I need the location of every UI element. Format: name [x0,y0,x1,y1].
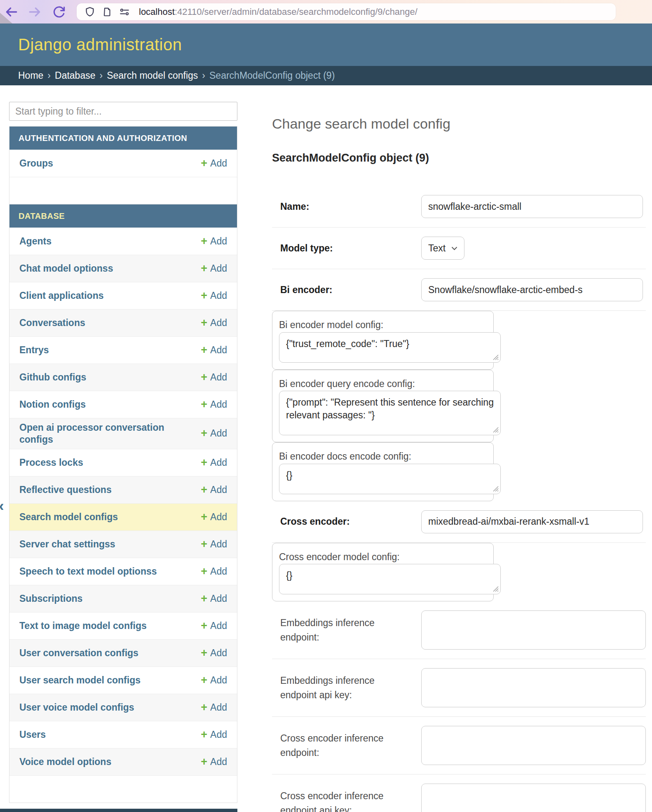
add-link-github-configs[interactable]: +Add [201,372,227,383]
add-link-conversations[interactable]: +Add [201,317,227,329]
model-link[interactable]: Groups [19,157,53,169]
model-link[interactable]: Text to image model configs [19,620,147,632]
model-link[interactable]: User conversation configs [19,647,138,659]
name-input[interactable] [421,195,643,218]
bi-encoder-query-encode-config-textarea[interactable] [279,391,501,435]
model-link[interactable]: Github configs [19,371,86,383]
sidebar-blank-row [9,177,237,204]
sidebar-item-reflective-questions[interactable]: Reflective questions+Add [9,476,237,503]
model-link[interactable]: Voice model options [19,756,111,768]
add-link-client-applications[interactable]: +Add [201,290,227,301]
model-link[interactable]: Open ai processor conversation configs [19,422,168,446]
model-link[interactable]: Subscriptions [19,593,82,605]
field-control-bi-encoder-docs-encode-config [279,464,487,494]
embeddings-inference-endpoint-api-key-input[interactable] [421,668,646,707]
model-link[interactable]: Entrys [19,344,49,356]
sidebar-item-open-ai-processor-conversation-configs[interactable]: Open ai processor conversation configs+A… [9,418,237,449]
add-link-agents[interactable]: +Add [201,236,227,247]
bi-encoder-docs-encode-config-textarea[interactable] [279,464,501,494]
sidebar-item-github-configs[interactable]: Github configs+Add [9,364,237,391]
add-link-entrys[interactable]: +Add [201,345,227,356]
sidebar-item-groups[interactable]: Groups+Add [9,150,237,177]
sidebar-item-process-locks[interactable]: Process locks+Add [9,449,237,476]
add-link-process-locks[interactable]: +Add [201,457,227,468]
model-link[interactable]: Reflective questions [19,484,112,496]
model-link[interactable]: Notion configs [19,399,86,411]
model-link[interactable]: Search model configs [19,511,118,523]
sidebar-item-chat-model-optionss[interactable]: Chat model optionss+Add [9,255,237,282]
field-control-bi-encoder [421,278,643,301]
cross-encoder-input[interactable] [421,510,643,533]
breadcrumb-database[interactable]: Database [55,70,95,81]
model-type-select[interactable]: Text [421,237,464,260]
toggles-icon[interactable] [119,7,130,17]
form-row-model-type: Model type:Text [272,228,646,269]
cross-encoder-inference-endpoint-input[interactable] [421,726,646,765]
add-link-users[interactable]: +Add [201,729,227,740]
url-bar[interactable]: localhost:42110/server/admin/database/se… [77,3,616,20]
embeddings-inference-endpoint-input[interactable] [421,610,646,650]
sidebar-item-voice-model-options[interactable]: Voice model options+Add [9,748,237,775]
add-label: Add [210,484,227,495]
add-link-voice-model-options[interactable]: +Add [201,756,227,767]
site-title[interactable]: Django administration [18,35,182,54]
model-link[interactable]: Chat model optionss [19,263,113,275]
add-link-groups[interactable]: +Add [201,158,227,169]
model-link[interactable]: Users [19,729,46,741]
sidebar-item-notion-configs[interactable]: Notion configs+Add [9,391,237,418]
field-label-cross-encoder-inference-endpoint-api-key: Cross encoder inference endpoint api key… [280,789,421,812]
sidebar-filter-input[interactable] [9,102,237,121]
sidebar-item-speech-to-text-model-optionss[interactable]: Speech to text model optionss+Add [9,558,237,585]
model-link[interactable]: User search model configs [19,674,141,686]
add-link-open-ai-processor-conversation-configs[interactable]: +Add [201,428,227,439]
sidebar-item-user-conversation-configs[interactable]: User conversation configs+Add [9,639,237,666]
add-label: Add [210,290,227,301]
breadcrumb-search-model-configs[interactable]: Search model configs [107,70,198,81]
add-link-user-search-model-configs[interactable]: +Add [201,675,227,686]
add-link-server-chat-settingss[interactable]: +Add [201,539,227,550]
textarea-wrap-bi-encoder-query-encode-config [279,391,501,435]
model-link[interactable]: Server chat settingss [19,538,115,550]
sidebar-item-conversations[interactable]: Conversations+Add [9,309,237,336]
model-link[interactable]: Speech to text model optionss [19,566,157,577]
sidebar-item-client-applications[interactable]: Client applications+Add [9,282,237,309]
form-row-name: Name: [272,186,646,228]
breadcrumb-home[interactable]: Home [18,70,43,81]
model-link[interactable]: User voice model configs [19,702,134,713]
sidebar-modules: AUTHENTICATION AND AUTHORIZATIONGroups+A… [9,126,237,803]
shield-icon[interactable] [84,6,96,18]
sidebar-item-agents[interactable]: Agents+Add [9,228,237,255]
add-link-chat-model-optionss[interactable]: +Add [201,263,227,274]
sidebar-item-entrys[interactable]: Entrys+Add [9,336,237,364]
sidebar-item-user-search-model-configs[interactable]: User search model configs+Add [9,666,237,694]
model-link[interactable]: Agents [19,235,52,247]
model-link[interactable]: Client applications [19,290,103,302]
plus-icon: + [201,539,207,550]
sidebar-module-authentication-and-authorization: AUTHENTICATION AND AUTHORIZATIONGroups+A… [9,126,237,204]
add-link-subscriptions[interactable]: +Add [201,593,227,604]
add-link-text-to-image-model-configs[interactable]: +Add [201,620,227,631]
sidebar-item-user-voice-model-configs[interactable]: User voice model configs+Add [9,694,237,721]
sidebar-item-search-model-configs[interactable]: Search model configs+Add [9,503,237,530]
sidebar-collapse-toggle[interactable]: « [0,498,4,515]
model-link[interactable]: Conversations [19,317,85,329]
sidebar-item-users[interactable]: Users+Add [9,721,237,748]
add-link-notion-configs[interactable]: +Add [201,399,227,410]
sidebar-item-subscriptions[interactable]: Subscriptions+Add [9,585,237,612]
sidebar-item-text-to-image-model-configs[interactable]: Text to image model configs+Add [9,612,237,639]
forward-button[interactable] [26,3,44,21]
add-link-search-model-configs[interactable]: +Add [201,512,227,523]
add-link-user-voice-model-configs[interactable]: +Add [201,702,227,713]
cross-encoder-inference-endpoint-api-key-input[interactable] [421,784,646,812]
bi-encoder-model-config-textarea[interactable] [279,332,501,363]
sidebar-item-server-chat-settingss[interactable]: Server chat settingss+Add [9,530,237,558]
cross-encoder-model-config-textarea[interactable] [279,564,501,594]
model-link[interactable]: Process locks [19,457,83,469]
add-link-speech-to-text-model-optionss[interactable]: +Add [201,566,227,577]
add-link-reflective-questions[interactable]: +Add [201,484,227,495]
refresh-button[interactable] [50,3,68,21]
page-icon[interactable] [102,7,113,17]
bi-encoder-input[interactable] [421,278,643,301]
form-row-cross-encoder-inference-endpoint: Cross encoder inference endpoint: [272,717,646,774]
add-link-user-conversation-configs[interactable]: +Add [201,648,227,659]
